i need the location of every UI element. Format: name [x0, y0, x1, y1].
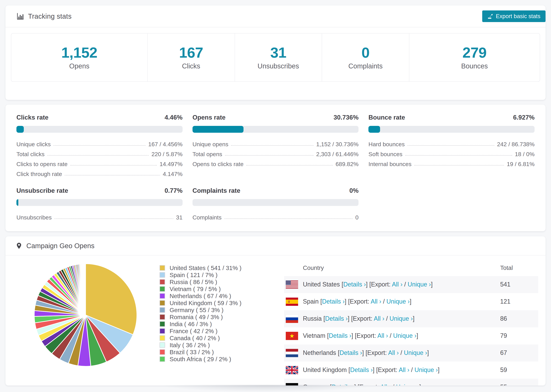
stat-value-bounces: 279 — [463, 45, 487, 60]
details-link-vietnam[interactable]: Details › — [329, 332, 351, 339]
bracket: ] — [419, 384, 421, 385]
export-label: [Export: — [369, 281, 392, 288]
export-all-link-spain[interactable]: All › — [371, 298, 381, 305]
bracket: ] — [373, 366, 376, 373]
rate-metrics-unsubscribe-rate: Unsubscribes31 — [16, 212, 183, 222]
netherlands-flag-icon — [286, 349, 298, 357]
legend-item-netherlands: Netherlands ( 67 / 4% ) — [160, 293, 241, 300]
metric-soft-bounces: Soft bounces18 / 0% — [368, 149, 535, 159]
legend-item-romania: Romania ( 49 / 3% ) — [160, 314, 241, 321]
geo-row-text-united-states: United States [Details ›] [Export: All ›… — [303, 281, 433, 288]
dotted-leader — [47, 155, 149, 156]
export-basic-stats-button[interactable]: Export basic stats — [482, 10, 545, 22]
metric-opens-to-clicks-rate: Opens to clicks rate689.82% — [192, 159, 359, 169]
stat-value-clicks: 167 — [179, 45, 203, 60]
rate-title-opens-rate: Opens rate — [192, 114, 226, 121]
rate-bar-unsubscribe-rate — [16, 199, 183, 206]
export-unique-link-germany[interactable]: Unique › — [396, 384, 419, 385]
export-all-link-netherlands[interactable]: All › — [388, 349, 399, 356]
export-all-link-vietnam[interactable]: All › — [377, 332, 388, 339]
export-all-link-germany[interactable]: All › — [380, 384, 391, 385]
legend-swatch-canada — [160, 335, 165, 341]
metric-label-soft-bounces: Soft bounces — [368, 151, 402, 158]
export-icon — [487, 13, 494, 19]
campaign-geo-opens-card: Campaign Geo Opens United States ( 541 /… — [6, 236, 545, 385]
slash: / — [409, 366, 414, 373]
bracket: [ — [327, 332, 329, 339]
rate-bar-opens-rate — [192, 126, 359, 133]
stat-clicks: 167Clicks — [147, 34, 235, 81]
export-unique-link-united-states[interactable]: Unique › — [408, 281, 431, 288]
legend-label-spain: Spain ( 121 / 7% ) — [170, 272, 218, 279]
stat-unsubscribes: 31Unsubscribes — [235, 34, 322, 81]
bar-chart-icon — [16, 12, 24, 20]
details-link-united-kingdom[interactable]: Details › — [350, 366, 373, 373]
export-label: [Export: — [366, 349, 388, 356]
rate-value-bounce-rate: 6.927% — [513, 114, 535, 121]
dotted-leader — [405, 155, 512, 156]
rate-value-opens-rate: 30.736% — [333, 114, 359, 121]
metric-clicks-to-opens-rate: Clicks to opens rate14.497% — [16, 159, 183, 169]
export-all-link-united-kingdom[interactable]: All › — [399, 366, 409, 373]
rate-bar-fill-opens-rate — [192, 126, 243, 133]
rate-head-complaints-rate: Complaints rate0% — [192, 187, 359, 194]
details-link-netherlands[interactable]: Details › — [339, 349, 362, 356]
legend-label-romania: Romania ( 49 / 3% ) — [170, 314, 223, 321]
legend-label-south-africa: South Africa ( 29 / 2% ) — [170, 356, 231, 363]
metric-label-unique-clicks: Unique clicks — [16, 141, 51, 147]
export-unique-link-vietnam[interactable]: Unique › — [393, 332, 417, 339]
export-all-link-russia[interactable]: All › — [374, 315, 384, 322]
details-link-russia[interactable]: Details › — [325, 315, 348, 322]
russia-flag-icon — [286, 315, 298, 323]
rate-head-unsubscribe-rate: Unsubscribe rate0.77% — [16, 187, 183, 194]
legend-item-germany: Germany ( 55 / 3% ) — [160, 307, 241, 314]
metric-label-total-opens: Total opens — [192, 151, 222, 158]
legend-item-united-kingdom: United Kingdom ( 59 / 3% ) — [160, 300, 241, 307]
country-name-netherlands: Netherlands — [303, 349, 338, 356]
rate-panel-bounce-rate: Bounce rate6.927%Hard bounces242 / 86.73… — [368, 114, 535, 179]
details-link-spain[interactable]: Details › — [322, 298, 345, 305]
export-unique-link-netherlands[interactable]: Unique › — [404, 349, 427, 356]
rate-value-complaints-rate: 0% — [349, 187, 359, 194]
legend-swatch-brazil — [160, 349, 165, 355]
legend-swatch-united-kingdom — [160, 300, 165, 306]
metric-total-opens: Total opens2,303 / 61.446% — [192, 149, 359, 159]
dotted-leader — [70, 165, 157, 166]
legend-swatch-spain — [160, 272, 165, 278]
export-all-link-united-states[interactable]: All › — [392, 281, 403, 288]
metric-total-clicks: Total clicks220 / 5.87% — [16, 149, 183, 159]
geo-total-united-kingdom: 59 — [500, 366, 507, 373]
export-label: [Export: — [358, 384, 380, 385]
details-link-united-states[interactable]: Details › — [343, 281, 366, 288]
stat-value-unsubscribes: 31 — [270, 45, 286, 60]
export-unique-link-russia[interactable]: Unique › — [389, 315, 413, 322]
export-label: [Export: — [348, 298, 371, 305]
legend-swatch-united-states — [160, 265, 165, 271]
metric-value-internal-bounces: 19 / 6.81% — [507, 161, 535, 168]
rate-metrics-complaints-rate: Complaints0 — [192, 212, 359, 222]
export-unique-link-spain[interactable]: Unique › — [386, 298, 410, 305]
page: Tracking stats Export basic stats 1,152O… — [0, 0, 551, 385]
metric-click-through-rate: Click through rate4.147% — [16, 169, 183, 179]
legend-item-italy: Italy ( 36 / 2% ) — [160, 342, 241, 349]
export-unique-link-united-kingdom[interactable]: Unique › — [414, 366, 438, 373]
germany-flag-icon — [286, 383, 298, 385]
legend-label-germany: Germany ( 55 / 3% ) — [170, 307, 224, 314]
bracket: ] — [438, 366, 439, 373]
stats-summary-box: 1,152Opens167Clicks31Unsubscribes0Compla… — [11, 33, 540, 82]
geo-table-row-spain: Spain [Details ›] [Export: All › / Uniqu… — [284, 293, 538, 310]
legend-item-united-states: United States ( 541 / 31% ) — [160, 264, 241, 271]
stat-value-opens: 1,152 — [61, 45, 97, 60]
rate-head-clicks-rate: Clicks rate4.46% — [16, 114, 183, 121]
legend-item-south-africa: South Africa ( 29 / 2% ) — [160, 356, 241, 363]
details-link-germany[interactable]: Details › — [332, 384, 354, 385]
bracket: [ — [338, 349, 339, 356]
rate-metrics-opens-rate: Unique opens1,152 / 30.736%Total opens2,… — [192, 139, 359, 169]
geo-table-row-netherlands: Netherlands [Details ›] [Export: All › /… — [284, 344, 538, 362]
geo-table-row-germany: Germany [Details ›] [Export: All › / Uni… — [284, 379, 538, 385]
slash: / — [399, 349, 404, 356]
bracket: ] — [351, 332, 355, 339]
campaign-geo-opens-header: Campaign Geo Opens — [6, 236, 545, 256]
legend-label-france: France ( 42 / 2% ) — [170, 328, 218, 335]
bracket: ] — [354, 384, 358, 385]
